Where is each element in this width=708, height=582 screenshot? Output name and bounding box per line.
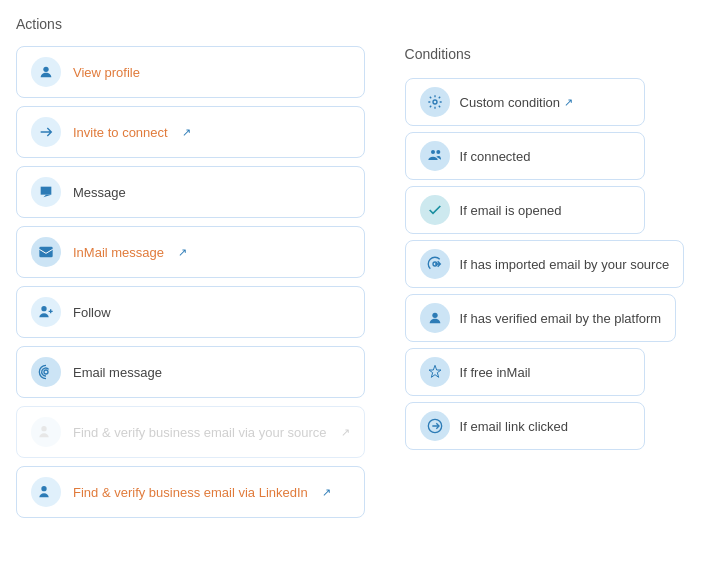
- inmail-icon: [31, 237, 61, 267]
- email-message-button[interactable]: Email message: [16, 346, 365, 398]
- invite-connect-button[interactable]: Invite to connect ↗: [16, 106, 365, 158]
- if-email-link-clicked-label: If email link clicked: [460, 419, 568, 434]
- if-free-inmail-icon: [420, 357, 450, 387]
- svg-point-2: [41, 306, 46, 311]
- if-free-inmail-label: If free inMail: [460, 365, 531, 380]
- inmail-label: InMail message: [73, 245, 164, 260]
- if-verified-email-label: If has verified email by the platform: [460, 311, 662, 326]
- if-connected-button[interactable]: If connected: [405, 132, 645, 180]
- if-connected-icon: [420, 141, 450, 171]
- svg-point-10: [432, 313, 437, 318]
- if-email-opened-icon: [420, 195, 450, 225]
- email-message-icon: [31, 357, 61, 387]
- view-profile-button[interactable]: View profile: [16, 46, 365, 98]
- if-email-opened-label: If email is opened: [460, 203, 562, 218]
- find-verify-linkedin-icon: [31, 477, 61, 507]
- if-email-link-clicked-icon: [420, 411, 450, 441]
- find-verify-source-label: Find & verify business email via your so…: [73, 425, 327, 440]
- view-profile-icon: [31, 57, 61, 87]
- inmail-ext-icon: ↗: [178, 246, 187, 259]
- if-verified-email-button[interactable]: If has verified email by the platform: [405, 294, 677, 342]
- message-label: Message: [73, 185, 126, 200]
- svg-point-5: [41, 486, 46, 491]
- svg-point-8: [436, 150, 440, 154]
- message-icon: [31, 177, 61, 207]
- if-email-opened-button[interactable]: If email is opened: [405, 186, 645, 234]
- svg-point-7: [431, 150, 435, 154]
- follow-label: Follow: [73, 305, 111, 320]
- actions-title: Actions: [16, 16, 692, 32]
- if-connected-label: If connected: [460, 149, 531, 164]
- if-imported-email-icon: [420, 249, 450, 279]
- invite-connect-icon: [31, 117, 61, 147]
- find-verify-linkedin-ext-icon: ↗: [322, 486, 331, 499]
- if-verified-email-icon: [420, 303, 450, 333]
- svg-rect-1: [39, 247, 52, 258]
- custom-condition-icon: [420, 87, 450, 117]
- conditions-title: Conditions: [405, 46, 692, 62]
- custom-condition-label-wrap: Custom condition ↗: [460, 95, 573, 110]
- custom-condition-label: Custom condition: [460, 95, 560, 110]
- find-verify-source-button: Find & verify business email via your so…: [16, 406, 365, 458]
- find-verify-linkedin-button[interactable]: Find & verify business email via LinkedI…: [16, 466, 365, 518]
- custom-condition-ext-icon: ↗: [564, 96, 573, 109]
- find-verify-linkedin-label: Find & verify business email via LinkedI…: [73, 485, 308, 500]
- if-free-inmail-button[interactable]: If free inMail: [405, 348, 645, 396]
- if-email-link-clicked-button[interactable]: If email link clicked: [405, 402, 645, 450]
- find-verify-source-icon: [31, 417, 61, 447]
- svg-point-6: [433, 100, 437, 104]
- actions-column: View profile Invite to connect ↗ Message: [16, 46, 365, 518]
- invite-connect-ext-icon: ↗: [182, 126, 191, 139]
- conditions-column: Conditions Custom condition ↗ If connect…: [405, 46, 692, 518]
- svg-point-0: [43, 67, 48, 72]
- if-imported-email-button[interactable]: If has imported email by your source: [405, 240, 685, 288]
- message-button[interactable]: Message: [16, 166, 365, 218]
- email-message-label: Email message: [73, 365, 162, 380]
- inmail-button[interactable]: InMail message ↗: [16, 226, 365, 278]
- follow-icon: [31, 297, 61, 327]
- main-layout: View profile Invite to connect ↗ Message: [16, 46, 692, 518]
- custom-condition-button[interactable]: Custom condition ↗: [405, 78, 645, 126]
- invite-connect-label: Invite to connect: [73, 125, 168, 140]
- find-verify-source-ext-icon: ↗: [341, 426, 350, 439]
- follow-button[interactable]: Follow: [16, 286, 365, 338]
- page-container: Actions View profile Invite to connect ↗: [16, 16, 692, 518]
- svg-point-3: [44, 370, 48, 374]
- svg-point-4: [41, 426, 46, 431]
- view-profile-label: View profile: [73, 65, 140, 80]
- if-imported-email-label: If has imported email by your source: [460, 257, 670, 272]
